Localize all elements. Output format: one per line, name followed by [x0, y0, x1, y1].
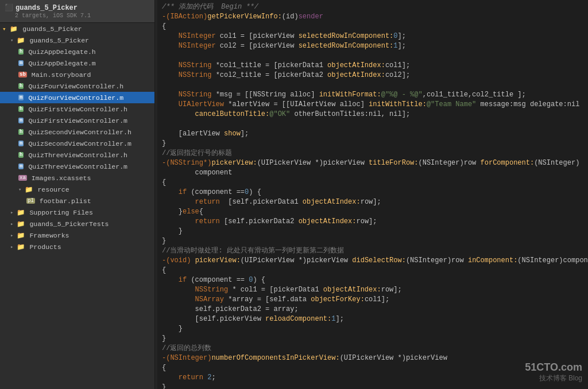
sidebar-item-file-quiz1vc-h[interactable]: hQuizFirstViewController.h [0, 103, 154, 115]
code-content: NSString *msg = [[NSString alloc] initWi… [157, 90, 588, 100]
tree-item-label: QuizSecondViewController.h [28, 129, 131, 136]
code-content: NSString * col1 = [pickerData1 objectAtI… [157, 285, 588, 295]
sidebar-item-file-quiz1vc-m[interactable]: mQuizFirstViewController.m [0, 115, 154, 126]
code-content: } [157, 334, 588, 344]
code-line: NSString *msg = [[NSString alloc] initWi… [157, 90, 588, 100]
code-content: return [self.pickerData1 objectAtIndex:r… [157, 197, 588, 207]
code-content: -(IBAction)getPickerViewInfo:(id)sender [157, 12, 588, 22]
tree-item-label: Supporting Files [29, 209, 92, 216]
code-line: -(void) pickerView:(UIPickerView *)picke… [157, 256, 588, 266]
code-line: NSArray *array = [self.data objectForKey… [157, 295, 588, 305]
sidebar-item-file-quiz4vc-m[interactable]: mQuizFourViewController.m [0, 92, 154, 103]
tree-item-label: QuizFourViewController.m [28, 94, 123, 102]
m-file-icon: m [18, 164, 24, 169]
folder-triangle-icon: ▸ [10, 209, 13, 216]
code-content: /** 添加的代码 Begin **/ [157, 2, 588, 12]
code-content: cancelButtonTitle:@"OK" otherButtonTitle… [157, 110, 588, 119]
code-content: if (component == 0) { [157, 275, 588, 285]
sidebar-item-group-resource[interactable]: ▾📁resource [0, 184, 154, 195]
code-line: NSInteger col2 = [pickerView selectedRow… [157, 41, 588, 51]
code-content: NSArray *array = [self.data objectForKey… [157, 295, 588, 305]
code-line: NSString *col1_title = [pickerData1 obje… [157, 61, 588, 71]
code-editor[interactable]: /** 添加的代码 Begin **/-(IBAction)getPickerV… [157, 0, 588, 389]
code-content: [self.pickerView reloadComponent:1]; [157, 314, 588, 324]
code-line: //返回指定行号的标题 [157, 149, 588, 158]
project-title: ⬛ guands_5_Picker [5, 3, 150, 12]
code-content: }else{ [157, 207, 588, 217]
project-name-label: guands_5_Picker [16, 4, 78, 12]
tree-item-label: QuizThreeViewController.m [28, 163, 127, 170]
code-content: if (component ==0) { [157, 188, 588, 197]
plist-file-icon: pl [26, 198, 35, 204]
sidebar-item-group-main[interactable]: ▾📁guands_5_Picker [0, 34, 154, 46]
code-line: [alertView show]; [157, 129, 588, 139]
project-folder-icon: ⬛ [5, 3, 13, 12]
code-content: } [157, 383, 588, 389]
sidebar-item-file-quiz4vc-h[interactable]: hQuizFourViewController.h [0, 80, 154, 92]
sidebar-item-project-root[interactable]: ▾ 📁guands_5_Picker [0, 23, 154, 34]
folder-triangle-icon: ▾ [10, 37, 13, 44]
sidebar-item-group-products[interactable]: ▸📁Products [0, 241, 154, 252]
sidebar-item-file-quiz3vc-m[interactable]: mQuizThreeViewController.m [0, 161, 154, 172]
folder-triangle-icon: ▸ [10, 221, 13, 227]
tree-item-label: Images.xcassets [32, 174, 91, 182]
m-file-icon: m [18, 118, 24, 123]
sidebar-item-file-footbar[interactable]: plfootbar.plist [0, 195, 154, 207]
code-content: //当滑动时做处理: 此处只有滑动第一列时更新第二列数据 [157, 246, 588, 256]
code-line: //返回的总列数 [157, 344, 588, 353]
tree-item-label: Products [29, 243, 61, 251]
sidebar-item-file-quiz2vc-h[interactable]: hQuizSecondViewController.h [0, 126, 154, 138]
sidebar: ⬛ guands_5_Picker 2 targets, iOS SDK 7.1… [0, 0, 155, 389]
h-file-icon: h [18, 83, 24, 89]
code-line: return [self.pickerData2 objectAtIndex:r… [157, 217, 588, 227]
sidebar-item-file-appdel-h[interactable]: hQuizAppDelegate.h [0, 46, 154, 57]
tree-item-label: footbar.plist [40, 197, 91, 205]
code-line: return [self.pickerData1 objectAtIndex:r… [157, 197, 588, 207]
code-line: -(IBAction)getPickerViewInfo:(id)sender [157, 12, 588, 22]
sidebar-item-file-quiz3vc-h[interactable]: hQuizThreeViewController.h [0, 149, 154, 161]
sidebar-item-file-appdel-m[interactable]: mQuizAppDelegate.m [0, 57, 154, 69]
code-line: if (component == 0) { [157, 275, 588, 285]
code-line: } [157, 236, 588, 246]
code-content: { [157, 266, 588, 275]
tree-item-label: guands_5_Picker [22, 25, 82, 33]
folder-triangle-icon: ▸ [10, 232, 13, 239]
code-line [157, 80, 588, 90]
code-line: { [157, 363, 588, 373]
h-file-icon: h [18, 106, 24, 112]
code-content: } [157, 139, 588, 149]
code-content: { [157, 22, 588, 32]
folder-triangle-icon: ▾ [18, 186, 21, 193]
code-content: return 2; [157, 373, 588, 383]
code-content: [alertView show]; [157, 129, 588, 139]
project-header: ⬛ guands_5_Picker 2 targets, iOS SDK 7.1 [0, 0, 154, 23]
sidebar-item-group-frameworks[interactable]: ▸📁Frameworks [0, 229, 154, 241]
folder-icon: 📁 [17, 36, 25, 44]
sidebar-item-file-xcassets[interactable]: xaImages.xcassets [0, 172, 154, 184]
code-line: -(NSString*)pickerView:(UIPickerView *)p… [157, 158, 588, 168]
tree-item-label: QuizFirstViewController.h [28, 106, 127, 113]
code-line: } [157, 324, 588, 334]
m-file-icon: m [18, 95, 24, 100]
code-line: if (component ==0) { [157, 188, 588, 197]
code-line: self.pickerData2 = array; [157, 305, 588, 314]
code-content: NSInteger col1 = [pickerView selectedRow… [157, 32, 588, 41]
code-content: self.pickerData2 = array; [157, 305, 588, 314]
h-file-icon: h [18, 129, 24, 135]
code-area: /** 添加的代码 Begin **/-(IBAction)getPickerV… [157, 0, 588, 389]
tree-item-label: QuizSecondViewController.m [28, 140, 131, 147]
code-line: { [157, 266, 588, 275]
folder-icon: 📁 [17, 243, 25, 251]
tree-item-label: guands_5_PickerTests [29, 220, 109, 228]
code-content: NSInteger col2 = [pickerView selectedRow… [157, 41, 588, 51]
tree-item-label: QuizAppDelegate.m [28, 60, 95, 67]
code-line: } [157, 227, 588, 236]
code-content: UIAlertView *alertView = [[UIAlertView a… [157, 100, 588, 110]
sidebar-item-group-supporting[interactable]: ▸📁Supporting Files [0, 207, 154, 218]
sidebar-item-group-tests[interactable]: ▸📁guands_5_PickerTests [0, 218, 154, 229]
sidebar-item-file-quiz2vc-m[interactable]: mQuizSecondViewController.m [0, 138, 154, 149]
tree-item-label: QuizFourViewController.h [28, 83, 123, 90]
code-content: -(NSString*)pickerView:(UIPickerView *)p… [157, 158, 588, 168]
code-content: { [157, 363, 588, 373]
sidebar-item-file-storyboard[interactable]: sbMain.storyboard [0, 69, 154, 80]
